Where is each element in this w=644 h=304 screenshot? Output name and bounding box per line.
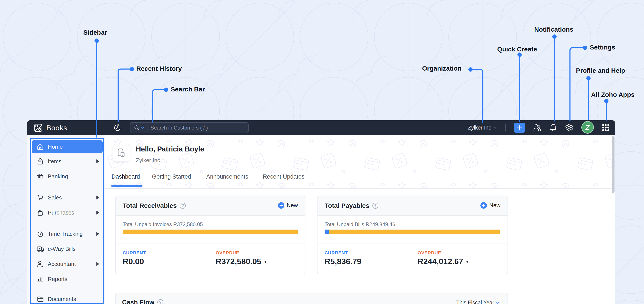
books-logo: Books <box>34 123 67 132</box>
fiscal-year-dropdown[interactable]: This Fiscal Year <box>456 300 499 304</box>
bell-icon <box>549 123 557 132</box>
quick-create-button[interactable] <box>514 123 525 133</box>
overdue-value-dropdown[interactable]: R372,580.05 ▾ <box>216 257 266 266</box>
current-label: CURRENT <box>123 250 146 255</box>
footer-vertical-divider <box>408 248 408 270</box>
gear-icon <box>565 123 573 132</box>
cash-flow-card: Cash Flow ? This Fiscal Year <box>115 293 508 304</box>
card-header: Total Receivables ? New <box>116 196 305 216</box>
main-content: Hello, Patricia Boyle Zylker Inc Dashboa… <box>105 135 615 304</box>
cash-flow-title: Cash Flow ? <box>122 299 163 304</box>
card-title: Total Payables ? <box>324 202 378 209</box>
annotation-all-zoho-apps: All Zoho Apps <box>591 91 634 98</box>
current-value: R0.00 <box>123 257 144 266</box>
plus-circle-icon <box>278 202 284 209</box>
annotation-profile-and-help: Profile and Help <box>576 67 625 74</box>
card-footer-divider <box>116 244 305 244</box>
amber-bar-segment <box>329 230 500 234</box>
cash-flow-title-text: Cash Flow <box>122 299 154 304</box>
current-label: CURRENT <box>324 250 348 255</box>
new-payable-button[interactable]: New <box>480 202 500 209</box>
banner-doodle-pattern <box>105 135 615 188</box>
amber-bar-segment <box>123 230 298 234</box>
greeting-card-icon <box>112 144 130 162</box>
dropdown-caret-icon: ▾ <box>264 259 266 264</box>
overdue-label: OVERDUE <box>216 250 239 255</box>
overdue-label: OVERDUE <box>418 250 441 255</box>
topbar: Books Zylker Inc <box>27 120 615 135</box>
unpaid-summary: Total Unpaid Invoices R372,580.05 <box>123 221 203 227</box>
invoice-icon <box>117 148 126 157</box>
plus-icon <box>517 125 522 130</box>
avatar-initial: Z <box>586 123 590 132</box>
fiscal-year-label: This Fiscal Year <box>456 300 494 304</box>
books-logo-icon <box>34 123 43 132</box>
annotation-organization: Organization <box>422 65 462 72</box>
current-value: R5,836.79 <box>324 257 362 266</box>
app-window: Books Zylker Inc <box>27 120 615 304</box>
search-divider <box>147 125 148 131</box>
help-icon[interactable]: ? <box>157 299 163 304</box>
organization-dropdown[interactable]: Zylker Inc <box>468 120 497 135</box>
annotation-sidebar: Sidebar <box>83 29 107 36</box>
search-input[interactable] <box>150 125 230 131</box>
topbar-divider <box>506 124 506 131</box>
annotation-recent-history: Recent History <box>136 65 182 72</box>
notifications-button[interactable] <box>548 123 558 132</box>
users-icon <box>533 124 541 131</box>
footer-vertical-divider <box>206 248 206 270</box>
dropdown-caret-icon: ▾ <box>466 259 468 264</box>
card-title-text: Total Payables <box>324 202 369 209</box>
apps-grid-icon <box>602 123 610 132</box>
card-header: Total Payables ? New <box>318 196 508 216</box>
annotation-settings: Settings <box>590 44 615 51</box>
total-payables-card: Total Payables ? New Total Unpaid Bills … <box>317 196 508 274</box>
profile-avatar[interactable]: Z <box>581 121 594 134</box>
active-tab-underline <box>111 185 142 187</box>
organization-caret-icon <box>493 127 497 129</box>
search-scope-caret-icon[interactable] <box>141 127 144 129</box>
content-scrollbar[interactable] <box>612 136 614 193</box>
overdue-value: R372,580.05 <box>216 257 261 266</box>
tab-getting-started[interactable]: Getting Started <box>152 173 191 180</box>
help-icon[interactable]: ? <box>180 203 186 209</box>
blue-bar-segment <box>324 230 329 234</box>
referrals-button[interactable] <box>532 123 542 132</box>
new-button-label: New <box>287 202 298 209</box>
new-receivable-button[interactable]: New <box>278 202 298 209</box>
organization-name: Zylker Inc <box>468 125 491 131</box>
card-title-text: Total Receivables <box>123 202 177 209</box>
card-footer-divider <box>318 244 508 244</box>
payables-progress-bar <box>324 230 500 234</box>
annotation-search-bar: Search Bar <box>171 86 205 93</box>
tab-recent-updates[interactable]: Recent Updates <box>263 173 304 180</box>
tab-dashboard[interactable]: Dashboard <box>112 173 140 180</box>
search-icon[interactable] <box>134 125 140 131</box>
greeting-text: Hello, Patricia Boyle <box>136 145 204 153</box>
total-receivables-card: Total Receivables ? New Total Unpaid Inv… <box>115 196 306 274</box>
annotation-quick-create: Quick Create <box>497 46 537 53</box>
chevron-down-icon <box>496 302 499 304</box>
unpaid-summary: Total Unpaid Bills R249,849.46 <box>324 221 395 227</box>
new-button-label: New <box>489 202 500 209</box>
recent-history-icon[interactable] <box>113 123 122 132</box>
plus-circle-icon <box>480 202 487 209</box>
help-icon[interactable]: ? <box>372 203 378 209</box>
annotation-notifications: Notifications <box>534 26 574 33</box>
banner-divider <box>105 188 615 189</box>
overdue-value: R244,012.67 <box>418 257 463 266</box>
settings-button[interactable] <box>564 123 574 132</box>
receivables-progress-bar <box>123 230 298 234</box>
search-bar <box>130 122 248 133</box>
all-zoho-apps-button[interactable] <box>601 123 610 132</box>
product-name: Books <box>46 124 67 132</box>
overdue-value-dropdown[interactable]: R244,012.67 ▾ <box>418 257 468 266</box>
sidebar-annotation-outline <box>30 138 104 304</box>
company-name: Zylker Inc <box>136 157 160 164</box>
tab-announcements[interactable]: Announcements <box>206 173 248 180</box>
card-title: Total Receivables ? <box>123 202 186 209</box>
